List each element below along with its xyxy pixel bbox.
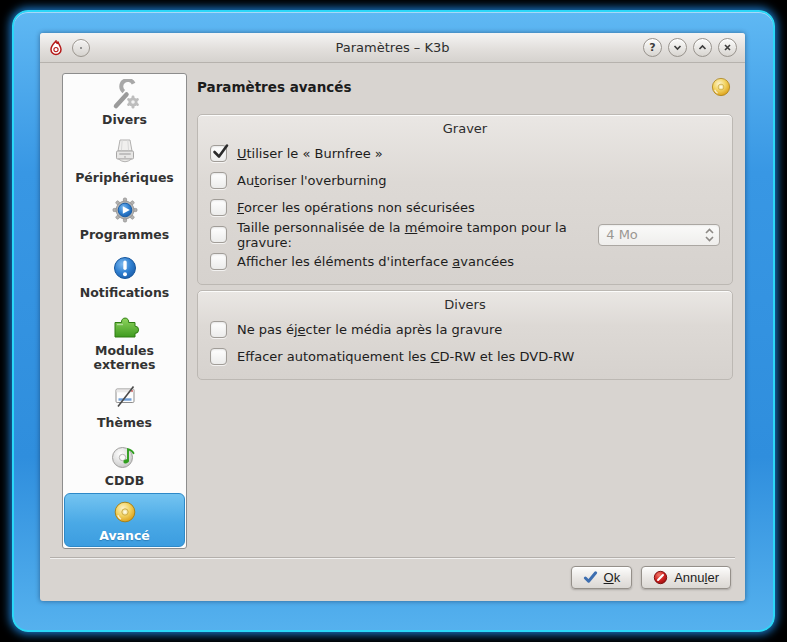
theme-window-icon xyxy=(109,382,141,414)
titlebar[interactable]: Paramètres – K3b ? xyxy=(40,33,745,63)
checkbox-row-taille-tampon[interactable]: Taille personnalisée de la mémoire tampo… xyxy=(210,221,720,248)
sidebar-item-cddb[interactable]: CDDB xyxy=(63,435,186,493)
chevron-up-icon xyxy=(697,42,708,53)
group-graver: Graver Utiliser le « Burnfree » Autorise… xyxy=(197,114,733,285)
checkbox[interactable] xyxy=(210,253,227,270)
checkbox-row-burnfree[interactable]: Utiliser le « Burnfree » xyxy=(210,140,720,167)
sidebar-item-programmes[interactable]: Programmes xyxy=(63,190,186,248)
cd-drive-icon xyxy=(109,137,141,169)
checkbox[interactable] xyxy=(210,226,227,243)
checkbox-row-effacer-rw[interactable]: Effacer automatiquement les CD-RW et les… xyxy=(210,343,720,370)
cd-music-icon xyxy=(109,440,141,472)
sidebar-item-avance[interactable]: Avancé xyxy=(64,493,185,547)
gold-cd-icon xyxy=(110,497,140,527)
sidebar-item-label: Modules externes xyxy=(65,344,184,373)
k3b-flame-icon xyxy=(48,40,64,56)
checkbox-row-ejecter[interactable]: Ne pas éjecter le média après la gravure xyxy=(210,316,720,343)
footer-separator xyxy=(50,557,735,558)
minimize-button[interactable] xyxy=(668,38,687,57)
red-cancel-icon xyxy=(653,570,668,585)
group-title: Divers xyxy=(210,294,720,316)
chevron-down-icon xyxy=(672,42,683,53)
maximize-button[interactable] xyxy=(693,38,712,57)
help-button[interactable]: ? xyxy=(643,38,662,57)
sidebar-item-label: Avancé xyxy=(99,529,150,543)
spinbox-value: 4 Mo xyxy=(606,227,638,242)
window-title: Paramètres – K3b xyxy=(40,40,745,55)
checkbox[interactable] xyxy=(210,199,227,216)
sidebar-item-label: Divers xyxy=(102,113,147,127)
checkbox-label: Utiliser le « Burnfree » xyxy=(237,146,383,161)
window-menu-button[interactable] xyxy=(72,39,90,57)
checkbox[interactable] xyxy=(210,145,227,162)
sidebar-item-label: Thèmes xyxy=(97,416,152,430)
checkbox-label: Afficher les éléments d'interface avancé… xyxy=(237,254,514,269)
checkbox-row-forcer[interactable]: Forcer les opérations non sécurisées xyxy=(210,194,720,221)
category-sidebar: Divers Périphériques xyxy=(62,73,187,549)
wrench-gear-icon xyxy=(109,79,141,111)
checkbox-row-overburning[interactable]: Autoriser l'overburning xyxy=(210,167,720,194)
close-icon xyxy=(722,42,733,53)
sidebar-item-label: Périphériques xyxy=(75,171,174,185)
page-title: Paramètres avancés xyxy=(197,79,709,95)
checkbox-row-interface-avancee[interactable]: Afficher les éléments d'interface avancé… xyxy=(210,248,720,275)
ok-button[interactable]: Ok xyxy=(571,566,633,589)
checkmark-icon xyxy=(211,142,230,161)
sidebar-item-label: CDDB xyxy=(105,474,144,488)
sidebar-item-peripheriques[interactable]: Périphériques xyxy=(63,132,186,190)
page-header: Paramètres avancés xyxy=(197,74,733,100)
window-glow-frame: Paramètres – K3b ? xyxy=(12,10,775,632)
sidebar-item-divers[interactable]: Divers xyxy=(63,74,186,132)
gold-cd-icon xyxy=(709,75,733,99)
notification-icon xyxy=(109,252,141,284)
sidebar-item-label: Notifications xyxy=(80,286,170,300)
sidebar-item-label: Programmes xyxy=(80,228,169,242)
sidebar-item-notifications[interactable]: Notifications xyxy=(63,247,186,305)
cancel-button-label: Annuler xyxy=(674,570,719,585)
checkbox-label: Effacer automatiquement les CD-RW et les… xyxy=(237,349,574,364)
checkbox[interactable] xyxy=(210,321,227,338)
checkbox[interactable] xyxy=(210,172,227,189)
puzzle-icon xyxy=(109,310,141,342)
buffer-size-spinbox: 4 Mo xyxy=(598,224,720,246)
main-panel: Paramètres avancés Graver xyxy=(197,74,733,380)
footer-buttons: Ok Annuler xyxy=(571,566,731,589)
checkbox[interactable] xyxy=(210,348,227,365)
group-title: Graver xyxy=(210,118,720,140)
checkbox-label: Taille personnalisée de la mémoire tampo… xyxy=(237,220,598,250)
close-button[interactable] xyxy=(718,38,737,57)
blue-check-icon xyxy=(583,570,598,585)
sidebar-item-themes[interactable]: Thèmes xyxy=(63,377,186,435)
gear-play-icon xyxy=(109,194,141,226)
ok-button-label: Ok xyxy=(604,570,621,585)
checkbox-label: Ne pas éjecter le média après la gravure xyxy=(237,322,502,337)
checkbox-label: Forcer les opérations non sécurisées xyxy=(237,200,475,215)
dialog-body: Divers Périphériques xyxy=(40,64,745,601)
sidebar-item-modules-externes[interactable]: Modules externes xyxy=(63,305,186,377)
group-divers: Divers Ne pas éjecter le média après la … xyxy=(197,290,733,380)
checkbox-label: Autoriser l'overburning xyxy=(237,173,387,188)
cancel-button[interactable]: Annuler xyxy=(641,566,731,589)
settings-dialog: Paramètres – K3b ? xyxy=(40,33,745,601)
spinner-arrows-icon xyxy=(704,226,715,244)
